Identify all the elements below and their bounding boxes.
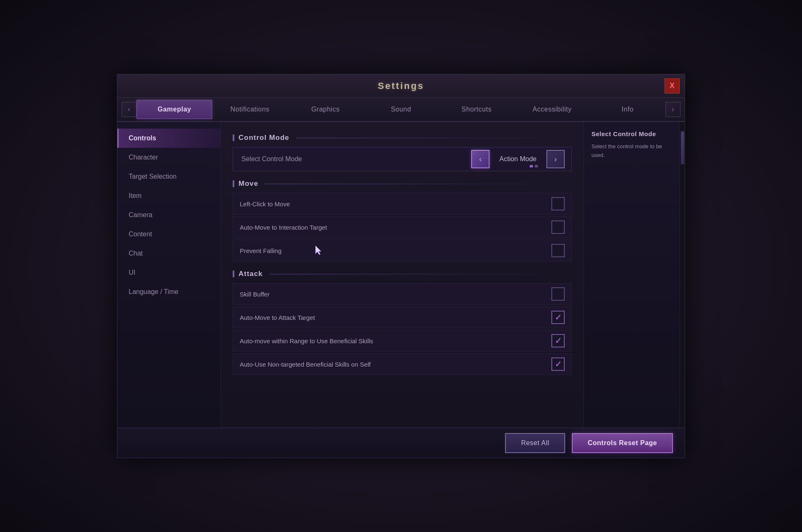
control-mode-section-header: Control Mode	[233, 134, 572, 142]
control-mode-title: Control Mode	[239, 134, 289, 142]
content-area: Controls Character Target Selection Item…	[117, 122, 685, 428]
move-section-header: Move	[233, 180, 572, 188]
attack-section-header: Attack	[233, 270, 572, 278]
auto-move-beneficial-checkbox[interactable]	[551, 334, 565, 347]
setting-auto-move-attack: Auto-Move to Attack Target	[233, 307, 572, 328]
reset-all-button[interactable]: Reset All	[505, 433, 565, 453]
sidebar: Controls Character Target Selection Item…	[117, 122, 221, 428]
section-line-accent	[233, 134, 234, 141]
mode-next-button[interactable]: ›	[546, 150, 565, 168]
tab-info[interactable]: Info	[590, 100, 665, 119]
auto-move-interaction-label: Auto-Move to Interaction Target	[240, 224, 551, 231]
prevent-falling-checkbox[interactable]	[551, 244, 565, 257]
settings-panel: Control Mode Select Control Mode ‹ Actio…	[221, 122, 584, 428]
move-section-divider	[265, 184, 572, 184]
info-panel-title: Select Control Mode	[591, 130, 672, 137]
setting-auto-use-non-targeted: Auto-Use Non-targeted Beneficial Skills …	[233, 353, 572, 375]
mode-name-display: Action Mode	[493, 155, 543, 163]
tab-accessibility[interactable]: Accessibility	[514, 100, 590, 119]
skill-buffer-label: Skill Buffer	[240, 291, 551, 298]
tab-next-arrow[interactable]: ›	[665, 102, 680, 117]
sidebar-item-chat[interactable]: Chat	[117, 244, 221, 263]
skill-buffer-checkbox[interactable]	[551, 287, 565, 301]
setting-left-click-move: Left-Click to Move	[233, 193, 572, 215]
tab-notifications[interactable]: Notifications	[212, 100, 288, 119]
move-section-title: Move	[239, 180, 258, 188]
attack-section-divider	[269, 274, 572, 274]
sidebar-item-controls[interactable]: Controls	[117, 129, 221, 148]
attack-section-title: Attack	[239, 270, 263, 278]
sidebar-item-ui[interactable]: UI	[117, 263, 221, 282]
controls-reset-page-button[interactable]: Controls Reset Page	[572, 433, 673, 453]
scrollbar-track[interactable]	[680, 122, 685, 428]
left-click-move-label: Left-Click to Move	[240, 200, 551, 208]
auto-move-attack-checkbox[interactable]	[551, 311, 565, 324]
info-panel: Select Control Mode Select the control m…	[584, 122, 680, 428]
control-mode-selector-row: Select Control Mode ‹ Action Mode ›	[233, 147, 572, 171]
tab-graphics[interactable]: Graphics	[288, 100, 363, 119]
section-divider	[296, 138, 572, 138]
bottom-bar: Reset All Controls Reset Page	[117, 428, 685, 458]
auto-use-non-targeted-checkbox[interactable]	[551, 357, 565, 371]
attack-section-accent	[233, 271, 234, 277]
mode-dot-2	[535, 165, 538, 167]
tab-navigation: ‹ Gameplay Notifications Graphics Sound …	[117, 98, 685, 122]
sidebar-item-language-time[interactable]: Language / Time	[117, 282, 221, 301]
sidebar-item-item[interactable]: Item	[117, 186, 221, 205]
auto-move-beneficial-label: Auto-move within Range to Use Beneficial…	[240, 337, 551, 345]
sidebar-item-character[interactable]: Character	[117, 148, 221, 167]
setting-auto-move-beneficial: Auto-move within Range to Use Beneficial…	[233, 330, 572, 352]
setting-prevent-falling: Prevent Falling	[233, 240, 572, 261]
mode-selector: ‹ Action Mode ›	[471, 150, 571, 168]
settings-window: Settings X ‹ Gameplay Notifications Grap…	[117, 74, 685, 458]
mode-indicator-dots	[530, 165, 538, 167]
title-bar: Settings X	[117, 74, 685, 98]
left-click-move-checkbox[interactable]	[551, 197, 565, 210]
window-title: Settings	[378, 81, 424, 91]
sidebar-item-camera[interactable]: Camera	[117, 205, 221, 225]
prevent-falling-label: Prevent Falling	[240, 247, 551, 254]
tab-gameplay[interactable]: Gameplay	[137, 100, 212, 119]
sidebar-item-target-selection[interactable]: Target Selection	[117, 167, 221, 186]
sidebar-item-content[interactable]: Content	[117, 225, 221, 244]
auto-move-attack-label: Auto-Move to Attack Target	[240, 314, 551, 321]
setting-skill-buffer: Skill Buffer	[233, 283, 572, 305]
mode-prev-button[interactable]: ‹	[471, 150, 490, 168]
close-button[interactable]: X	[665, 79, 680, 94]
scrollbar-thumb[interactable]	[681, 131, 684, 165]
mode-dot-1	[530, 165, 533, 167]
tab-shortcuts[interactable]: Shortcuts	[439, 100, 514, 119]
select-control-mode-label: Select Control Mode	[233, 155, 471, 163]
auto-move-interaction-checkbox[interactable]	[551, 220, 565, 234]
tab-prev-arrow[interactable]: ‹	[122, 102, 137, 117]
auto-use-non-targeted-label: Auto-Use Non-targeted Beneficial Skills …	[240, 361, 551, 368]
tab-sound[interactable]: Sound	[363, 100, 439, 119]
info-panel-description: Select the control mode to be used.	[591, 142, 672, 160]
move-section-accent	[233, 180, 234, 187]
setting-auto-move-interaction: Auto-Move to Interaction Target	[233, 216, 572, 238]
